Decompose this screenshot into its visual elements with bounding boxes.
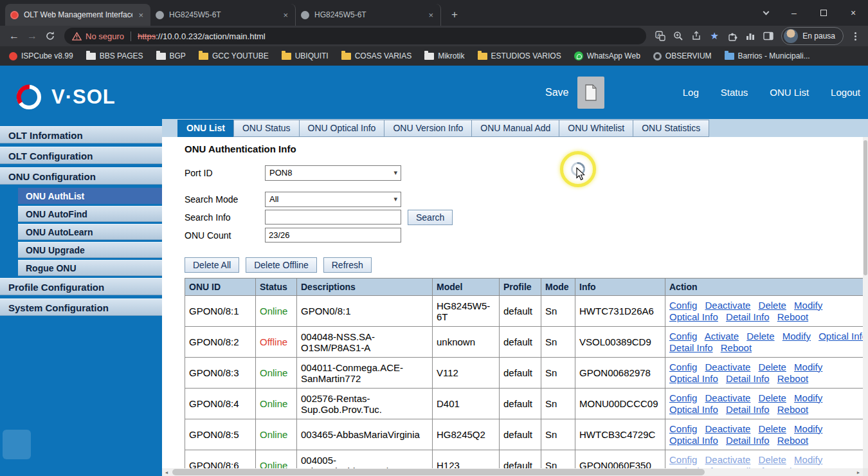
forward-button[interactable]: → bbox=[23, 27, 41, 45]
bookmark-item-observium[interactable]: OBSERVIUM bbox=[653, 51, 712, 60]
bookmark-item-estudios-varios[interactable]: ESTUDIOS VARIOS bbox=[478, 51, 561, 60]
sidebar-item-system-configuration[interactable]: System Configuration bbox=[0, 298, 162, 316]
back-button[interactable]: ← bbox=[5, 27, 23, 45]
action-link-deactivate[interactable]: Deactivate bbox=[705, 362, 751, 372]
tab-close-icon[interactable]: × bbox=[426, 10, 435, 20]
topbar-link-onu-list[interactable]: ONU List bbox=[770, 87, 809, 98]
action-link-detail-info[interactable]: Detail Info bbox=[726, 373, 770, 384]
action-link-optical-info[interactable]: Optical Info bbox=[669, 404, 718, 415]
topbar-link-log[interactable]: Log bbox=[683, 87, 699, 98]
save-file-button[interactable] bbox=[577, 77, 604, 109]
action-link-modify[interactable]: Modify bbox=[794, 362, 822, 372]
search-info-input[interactable] bbox=[265, 210, 401, 224]
browser-menu-button[interactable] bbox=[847, 27, 863, 45]
bookmark-item-bgp[interactable]: BGP bbox=[156, 51, 186, 60]
action-link-optical-info[interactable]: Optical Info bbox=[669, 373, 718, 384]
action-link-config[interactable]: Config bbox=[669, 362, 697, 372]
sidebar-item-profile-configuration[interactable]: Profile Configuration bbox=[0, 278, 162, 295]
action-link-delete[interactable]: Delete bbox=[759, 362, 786, 372]
action-link-config[interactable]: Config bbox=[669, 392, 697, 403]
sidebar-item-onu-authlist[interactable]: ONU AuthList bbox=[18, 188, 162, 204]
action-link-reboot[interactable]: Reboot bbox=[777, 311, 808, 322]
action-link-modify[interactable]: Modify bbox=[794, 454, 822, 465]
bookmark-item-ispcube-v8-99[interactable]: ISPCube v8.99 bbox=[9, 51, 73, 60]
action-link-delete[interactable]: Delete bbox=[746, 331, 774, 342]
zoom-button[interactable] bbox=[669, 27, 687, 45]
action-link-modify[interactable]: Modify bbox=[794, 392, 822, 403]
action-link-detail-info[interactable]: Detail Info bbox=[726, 311, 770, 322]
tab-close-icon[interactable]: × bbox=[136, 10, 145, 20]
new-tab-button[interactable]: + bbox=[446, 6, 463, 23]
onu-count-input[interactable] bbox=[265, 228, 401, 243]
action-link-deactivate[interactable]: Deactivate bbox=[705, 423, 751, 434]
save-button[interactable]: Save bbox=[545, 87, 568, 98]
tab-onu-manual-add[interactable]: ONU Manual Add bbox=[471, 120, 559, 137]
action-link-delete[interactable]: Delete bbox=[759, 392, 786, 403]
sidebar-item-onu-autolearn[interactable]: ONU AutoLearn bbox=[18, 224, 162, 240]
tab-search-button[interactable] bbox=[752, 0, 779, 26]
action-link-reboot[interactable]: Reboot bbox=[721, 342, 752, 353]
horizontal-scrollbar-track[interactable] bbox=[171, 468, 854, 476]
bookmark-item-whatsapp-web[interactable]: WhatsApp Web bbox=[574, 51, 640, 60]
bookmark-item-gcc-youtube[interactable]: GCC YOUTUBE bbox=[199, 51, 269, 60]
action-link-config[interactable]: Config bbox=[669, 300, 697, 311]
address-bar[interactable]: No seguro https://10.0.0.232/action/main… bbox=[64, 28, 646, 44]
translate-button[interactable]: A bbox=[651, 27, 669, 45]
action-link-delete[interactable]: Delete bbox=[759, 454, 786, 465]
action-link-config[interactable]: Config bbox=[669, 423, 697, 434]
security-warning[interactable]: No seguro bbox=[72, 32, 124, 41]
bookmark-item-cosas-varias[interactable]: COSAS VARIAS bbox=[341, 51, 411, 60]
minimize-button[interactable]: – bbox=[779, 0, 809, 26]
action-link-detail-info[interactable]: Detail Info bbox=[726, 404, 770, 415]
tab-close-icon[interactable]: × bbox=[281, 10, 290, 20]
action-link-modify[interactable]: Modify bbox=[794, 300, 822, 311]
sidebar-item-onu-upgrade[interactable]: ONU Upgrade bbox=[18, 242, 162, 258]
action-link-modify[interactable]: Modify bbox=[782, 331, 811, 342]
action-link-optical-info[interactable]: Optical Info bbox=[669, 435, 718, 446]
action-link-deactivate[interactable]: Deactivate bbox=[705, 300, 751, 311]
topbar-link-logout[interactable]: Logout bbox=[831, 87, 860, 98]
browser-tab[interactable]: HG8245W5-6T× bbox=[296, 4, 441, 26]
tab-onu-whitelist[interactable]: ONU Whitelist bbox=[559, 120, 633, 137]
tab-onu-status[interactable]: ONU Status bbox=[233, 120, 300, 137]
scroll-right-icon[interactable]: ► bbox=[854, 470, 863, 475]
bookmark-item-bbs-pages[interactable]: BBS PAGES bbox=[86, 51, 143, 60]
tab-onu-optical-info[interactable]: ONU Optical Info bbox=[299, 120, 385, 137]
action-link-reboot[interactable]: Reboot bbox=[777, 404, 808, 415]
action-link-reboot[interactable]: Reboot bbox=[777, 435, 808, 446]
close-button[interactable]: × bbox=[838, 0, 868, 26]
maximize-button[interactable] bbox=[809, 0, 838, 26]
bookmark-item-mikrotik[interactable]: Mikrotik bbox=[424, 51, 464, 60]
bookmark-item-barrios-municipali[interactable]: Barrios - Municipali... bbox=[725, 51, 810, 60]
sidebar-item-olt-information[interactable]: OLT Information bbox=[0, 126, 162, 143]
action-link-detail-info[interactable]: Detail Info bbox=[726, 435, 770, 446]
browser-tab[interactable]: OLT Web Management Interface× bbox=[5, 4, 150, 26]
scroll-left-icon[interactable]: ◄ bbox=[162, 470, 171, 475]
action-link-modify[interactable]: Modify bbox=[794, 423, 822, 434]
side-panel-button[interactable] bbox=[759, 27, 777, 45]
search-mode-select[interactable]: All ▾ bbox=[265, 192, 401, 207]
bookmark-star-button[interactable]: ★ bbox=[705, 27, 723, 45]
port-id-select[interactable]: PON8 ▾ bbox=[265, 165, 401, 181]
topbar-link-status[interactable]: Status bbox=[721, 87, 748, 98]
tab-onu-statistics[interactable]: ONU Statistics bbox=[633, 120, 709, 137]
share-button[interactable] bbox=[687, 27, 705, 45]
action-link-config[interactable]: Config bbox=[669, 331, 697, 342]
delete-all-button[interactable]: Delete All bbox=[185, 257, 239, 273]
refresh-button[interactable]: Refresh bbox=[323, 257, 372, 273]
search-button[interactable]: Search bbox=[408, 210, 453, 225]
action-link-detail-info[interactable]: Detail Info bbox=[669, 342, 713, 353]
reload-button[interactable] bbox=[41, 27, 59, 45]
vertical-scrollbar[interactable] bbox=[863, 137, 868, 468]
action-link-activate[interactable]: Activate bbox=[705, 331, 739, 342]
sidebar-item-onu-autofind[interactable]: ONU AutoFind bbox=[18, 206, 162, 222]
sidebar-item-rogue-onu[interactable]: Rogue ONU bbox=[18, 260, 162, 276]
extension-shortcut-button[interactable] bbox=[741, 27, 759, 45]
tab-onu-list[interactable]: ONU List bbox=[177, 120, 234, 137]
tab-onu-version-info[interactable]: ONU Version Info bbox=[384, 120, 472, 137]
delete-offline-button[interactable]: Delete Offline bbox=[246, 257, 317, 273]
horizontal-scrollbar-thumb[interactable] bbox=[172, 469, 705, 475]
action-link-optical-info[interactable]: Optical Info bbox=[669, 311, 718, 322]
vertical-scrollbar-thumb[interactable] bbox=[863, 140, 867, 275]
action-link-reboot[interactable]: Reboot bbox=[777, 373, 808, 384]
